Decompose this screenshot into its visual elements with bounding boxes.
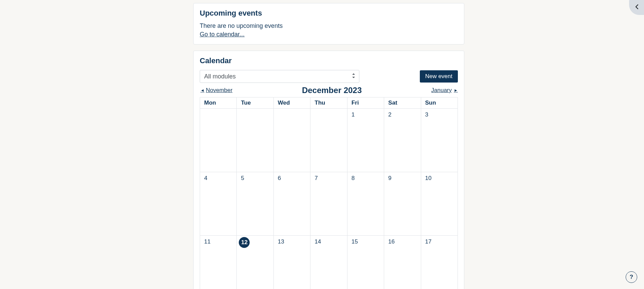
calendar-day-cell[interactable]: 7 — [310, 172, 347, 236]
day-header: Sat — [384, 97, 421, 109]
day-number: 1 — [352, 111, 355, 118]
calendar-day-cell[interactable]: 5 — [237, 172, 273, 236]
calendar-title: Calendar — [200, 56, 458, 65]
open-drawer-button[interactable] — [629, 0, 644, 15]
calendar-day-cell[interactable]: 15 — [347, 236, 384, 289]
calendar-table: MonTueWedThuFriSatSun 123456789101112131… — [200, 97, 458, 289]
calendar-card: Calendar All modules New event ◄ Novembe… — [193, 51, 464, 289]
calendar-day-cell[interactable]: 16 — [384, 236, 421, 289]
calendar-day-cell[interactable]: 4 — [200, 172, 237, 236]
next-month-label: January — [431, 87, 452, 94]
calendar-day-cell[interactable] — [310, 109, 347, 172]
upcoming-events-card: Upcoming events There are no upcoming ev… — [193, 3, 464, 44]
day-number: 2 — [388, 111, 391, 118]
day-number: 7 — [315, 175, 318, 182]
day-header: Tue — [237, 97, 273, 109]
day-number: 3 — [425, 111, 428, 118]
next-month-link[interactable]: January ► — [431, 87, 457, 94]
day-number: 13 — [278, 238, 284, 245]
calendar-day-cell[interactable] — [200, 109, 237, 172]
calendar-day-cell[interactable]: 14 — [310, 236, 347, 289]
calendar-day-cell[interactable]: 12 — [237, 236, 273, 289]
calendar-day-cell[interactable]: 17 — [421, 236, 458, 289]
day-header: Wed — [273, 97, 310, 109]
help-button[interactable]: ? — [626, 271, 637, 283]
current-month-title: December 2023 — [302, 86, 362, 95]
day-number: 11 — [204, 238, 211, 245]
upcoming-events-title: Upcoming events — [200, 9, 458, 18]
calendar-day-cell[interactable]: 2 — [384, 109, 421, 172]
day-number: 17 — [425, 238, 432, 245]
calendar-day-cell[interactable]: 9 — [384, 172, 421, 236]
calendar-day-cell[interactable] — [273, 109, 310, 172]
triangle-right-icon: ► — [454, 88, 457, 93]
calendar-day-cell[interactable]: 1 — [347, 109, 384, 172]
upcoming-empty-text: There are no upcoming events — [200, 22, 458, 30]
day-header: Mon — [200, 97, 237, 109]
day-header: Fri — [347, 97, 384, 109]
day-number: 4 — [204, 175, 207, 182]
day-header: Sun — [421, 97, 458, 109]
day-number: 14 — [315, 238, 321, 245]
calendar-day-cell[interactable]: 8 — [347, 172, 384, 236]
calendar-day-cell[interactable]: 11 — [200, 236, 237, 289]
go-to-calendar-link[interactable]: Go to calendar... — [200, 31, 245, 38]
day-number: 15 — [352, 238, 358, 245]
calendar-day-cell[interactable] — [237, 109, 273, 172]
today-marker: 12 — [239, 237, 250, 248]
day-number: 10 — [425, 175, 432, 182]
calendar-day-cell[interactable]: 3 — [421, 109, 458, 172]
module-filter-select[interactable]: All modules — [200, 70, 359, 83]
day-number: 5 — [241, 175, 244, 182]
calendar-day-cell[interactable]: 13 — [273, 236, 310, 289]
day-number: 6 — [278, 175, 281, 182]
calendar-day-cell[interactable]: 6 — [273, 172, 310, 236]
chevron-left-icon — [634, 4, 640, 10]
day-number: 8 — [352, 175, 355, 182]
new-event-button[interactable]: New event — [420, 70, 458, 83]
calendar-day-cell[interactable]: 10 — [421, 172, 458, 236]
triangle-left-icon: ◄ — [200, 88, 204, 93]
day-number: 16 — [388, 238, 395, 245]
day-number: 9 — [388, 175, 391, 182]
day-header: Thu — [310, 97, 347, 109]
prev-month-label: November — [206, 87, 232, 94]
prev-month-link[interactable]: ◄ November — [200, 87, 232, 94]
help-label: ? — [630, 274, 633, 281]
